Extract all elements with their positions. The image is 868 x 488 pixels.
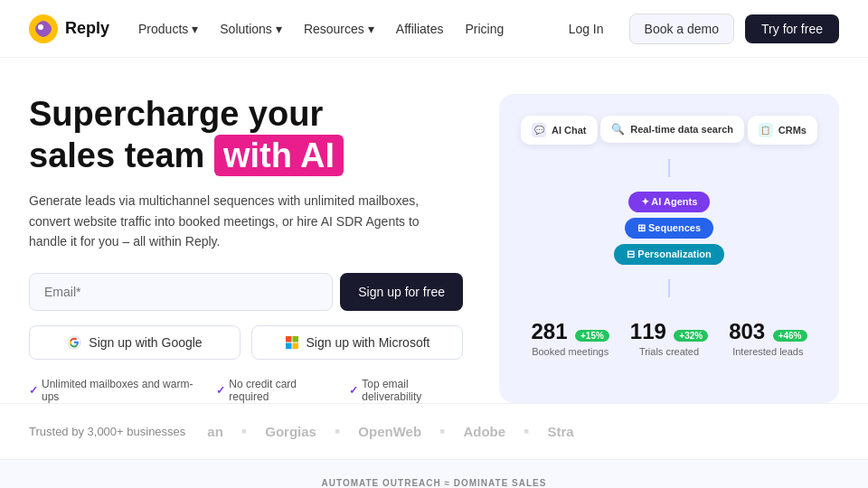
navbar: Reply Products ▾ Solutions ▾ Resources ▾… [0, 0, 868, 58]
chevron-down-icon: ▾ [192, 22, 198, 36]
stat-number: 281 +15% [531, 319, 609, 344]
nav-resources[interactable]: Resources ▾ [304, 22, 374, 36]
trusted-label: Trusted by 3,000+ businesses [29, 425, 185, 438]
email-row: Sign up for free [29, 273, 463, 311]
svg-rect-6 [292, 343, 298, 350]
connector-bottom [521, 279, 817, 297]
separator: ▪ [241, 422, 247, 441]
separator: ▪ [524, 422, 529, 441]
crm-icon: 📋 [759, 123, 773, 137]
stat-label: Trials created [630, 346, 708, 357]
stat-label: Booked meetings [531, 346, 609, 357]
book-demo-button[interactable]: Book a demo [629, 14, 735, 44]
feature-deliverability: ✓ Top email deliverability [349, 378, 463, 403]
features-list: ✓ Unlimited mailboxes and warm-ups ✓ No … [29, 378, 463, 403]
stat-badge: +32% [674, 330, 708, 342]
crm-node: 📋 CRMs [748, 116, 817, 145]
feature-mailboxes: ✓ Unlimited mailboxes and warm-ups [29, 378, 198, 403]
logo-text: Reply [65, 19, 109, 38]
trusted-logo-stra: Stra [548, 424, 574, 439]
nav-solutions[interactable]: Solutions ▾ [220, 22, 282, 36]
signup-free-button[interactable]: Sign up for free [340, 273, 463, 311]
check-icon: ✓ [29, 384, 38, 397]
main-content: Supercharge your sales team with AI Gene… [0, 58, 868, 403]
trusted-logo-gorgias: Gorgias [265, 424, 316, 439]
microsoft-signup-button[interactable]: Sign up with Microsoft [251, 325, 463, 360]
connector-line [668, 159, 670, 177]
nav-pricing[interactable]: Pricing [465, 22, 504, 36]
nav-right: Log In Book a demo Try for free [554, 14, 839, 44]
stats-row: 281 +15% Booked meetings 119 +32% Trials… [521, 319, 817, 357]
trusted-logo-openweb: OpenWeb [358, 424, 421, 439]
personalization-badge: ⊟ Personalization [614, 244, 723, 265]
trusted-logo-an: an [207, 424, 223, 439]
google-signup-button[interactable]: Sign up with Google [29, 325, 241, 360]
email-input[interactable] [29, 273, 333, 311]
chevron-down-icon: ▾ [368, 22, 374, 36]
logo[interactable]: Reply [29, 14, 109, 43]
ai-chat-node: 💬 AI Chat [521, 116, 598, 145]
nav-affiliates[interactable]: Affiliates [396, 22, 444, 36]
feature-no-card: ✓ No credit card required [216, 378, 331, 403]
stat-label: Interested leads [729, 346, 807, 357]
svg-rect-4 [292, 336, 298, 343]
chevron-down-icon: ▾ [276, 22, 282, 36]
trusted-logo-adobe: Adobe [463, 424, 505, 439]
stat-number: 119 +32% [630, 319, 708, 344]
real-time-data-node: 🔍 Real-time data search [600, 116, 744, 143]
nav-links: Products ▾ Solutions ▾ Resources ▾ Affil… [138, 22, 504, 36]
chat-icon: 💬 [532, 123, 546, 137]
login-button[interactable]: Log In [554, 14, 618, 43]
svg-rect-3 [286, 336, 292, 343]
stat-number: 803 +46% [729, 319, 807, 344]
microsoft-icon [285, 335, 299, 350]
try-free-button[interactable]: Try for free [745, 14, 839, 43]
svg-point-1 [38, 24, 43, 30]
bottom-section: AUTOMATE OUTREACH ≈ DOMINATE SALES Next … [0, 459, 868, 488]
stat-trials-created: 119 +32% Trials created [630, 319, 708, 357]
search-icon: 🔍 [611, 123, 625, 136]
bottom-label: AUTOMATE OUTREACH ≈ DOMINATE SALES [29, 478, 839, 488]
headline: Supercharge your sales team with AI [29, 94, 463, 176]
ai-agents-badge: ✦ AI Agents [628, 192, 711, 212]
check-icon: ✓ [216, 384, 225, 397]
separator: ▪ [439, 422, 445, 441]
trusted-section: Trusted by 3,000+ businesses an ▪ Gorgia… [0, 403, 868, 459]
diagram-panel: 💬 AI Chat 🔍 Real-time data search 📋 CRMs… [499, 94, 839, 403]
svg-rect-5 [286, 343, 292, 350]
headline-highlight: with AI [214, 135, 344, 176]
stat-badge: +46% [773, 330, 807, 342]
hero-left: Supercharge your sales team with AI Gene… [29, 94, 463, 403]
stat-booked-meetings: 281 +15% Booked meetings [531, 319, 609, 357]
trusted-logos: an ▪ Gorgias ▪ OpenWeb ▪ Adobe ▪ Stra [207, 422, 573, 441]
nav-products[interactable]: Products ▾ [138, 22, 198, 36]
separator: ▪ [335, 422, 340, 441]
connector-line-bottom [668, 279, 670, 297]
stat-badge: +15% [575, 330, 609, 342]
check-icon: ✓ [349, 384, 358, 397]
hero-subtext: Generate leads via multichannel sequence… [29, 191, 445, 251]
stat-interested-leads: 803 +46% Interested leads [729, 319, 807, 357]
google-icon [67, 335, 81, 350]
nav-left: Reply Products ▾ Solutions ▾ Resources ▾… [29, 14, 504, 43]
diagram-top-nodes: 💬 AI Chat 🔍 Real-time data search 📋 CRMs [521, 116, 817, 145]
diagram-badges: ✦ AI Agents ⊞ Sequences ⊟ Personalizatio… [521, 192, 817, 265]
connector-area [521, 159, 817, 177]
social-row: Sign up with Google Sign up with Microso… [29, 325, 463, 360]
sequences-badge: ⊞ Sequences [625, 218, 713, 239]
